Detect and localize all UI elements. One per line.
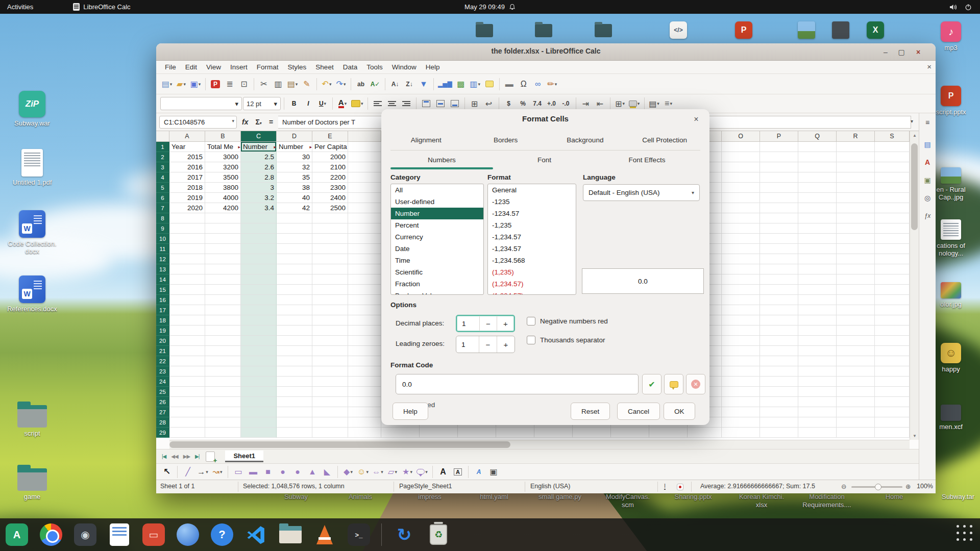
- cell-right[interactable]: [837, 356, 875, 366]
- freeform-icon[interactable]: ↝▾: [211, 465, 224, 479]
- cell-right[interactable]: [837, 346, 875, 356]
- cell-A17[interactable]: [169, 305, 205, 315]
- cell-right[interactable]: [837, 407, 875, 417]
- cell-D21[interactable]: [277, 346, 312, 356]
- cell-right[interactable]: [798, 183, 837, 193]
- ellipse-icon[interactable]: ●: [276, 465, 289, 479]
- cell-right[interactable]: [837, 397, 875, 407]
- cell-partial[interactable]: [348, 152, 381, 162]
- column-header-E[interactable]: E: [312, 131, 348, 142]
- cell-C26[interactable]: [241, 397, 277, 407]
- trash-icon[interactable]: ♻: [427, 523, 450, 546]
- menu-file[interactable]: File: [160, 62, 181, 72]
- row-header-11[interactable]: 11: [156, 244, 169, 254]
- cell-right[interactable]: [837, 193, 875, 203]
- cell-A19[interactable]: [169, 325, 205, 336]
- activities-button[interactable]: Activities: [0, 0, 40, 14]
- cell-right[interactable]: [722, 234, 760, 244]
- clone-formatting-icon[interactable]: ✎: [300, 77, 313, 91]
- cell-A16[interactable]: [169, 295, 205, 305]
- desktop-item-label-modifycanvas-[interactable]: ModifyCanvas.scm: [606, 493, 650, 509]
- cell-right[interactable]: [875, 356, 910, 366]
- cell-C9[interactable]: [241, 223, 277, 234]
- cell-A23[interactable]: [169, 366, 205, 377]
- system-status-area[interactable]: [949, 4, 980, 11]
- cell-B6[interactable]: 4000: [205, 193, 241, 203]
- cell-right[interactable]: [798, 285, 837, 295]
- cell-right[interactable]: [837, 162, 875, 172]
- cell-E1[interactable]: Per Capita: [312, 142, 348, 152]
- row-header-29[interactable]: 29: [156, 428, 169, 438]
- cell-partial[interactable]: [348, 223, 381, 234]
- row-header-14[interactable]: 14: [156, 274, 169, 285]
- cell-A28[interactable]: [169, 417, 205, 428]
- menu-sheet[interactable]: Sheet: [311, 62, 338, 72]
- cell-right-partial[interactable]: [709, 407, 722, 417]
- cell-right[interactable]: [722, 213, 760, 223]
- cell-right[interactable]: [760, 387, 798, 397]
- row-header-15[interactable]: 15: [156, 285, 169, 295]
- align-vcenter-icon[interactable]: [434, 96, 447, 111]
- cell-B14[interactable]: [205, 274, 241, 285]
- cell-right[interactable]: [798, 162, 837, 172]
- horizontal-scrollbar[interactable]: [169, 440, 910, 449]
- cell-D16[interactable]: [277, 295, 312, 305]
- cell-D27[interactable]: [277, 407, 312, 417]
- cell-right-partial[interactable]: [709, 295, 722, 305]
- cell-right[interactable]: [875, 264, 910, 274]
- screenshot-tool-icon[interactable]: ◉: [74, 523, 97, 546]
- desktop-folder-2[interactable]: [524, 21, 563, 37]
- cell-right[interactable]: [837, 336, 875, 346]
- cell-right[interactable]: [798, 346, 837, 356]
- cell-right-partial[interactable]: [709, 417, 722, 428]
- cell-A6[interactable]: 2019: [169, 193, 205, 203]
- cell-C27[interactable]: [241, 407, 277, 417]
- dialog-close-icon[interactable]: ×: [690, 113, 702, 126]
- sheet-tab[interactable]: Sheet1: [225, 450, 263, 462]
- cell-E29[interactable]: [312, 428, 348, 438]
- cell-right-partial[interactable]: [709, 315, 722, 325]
- new-icon[interactable]: ▤▾: [160, 77, 174, 91]
- row-header-4[interactable]: 4: [156, 172, 169, 183]
- selection-mode-icon[interactable]: [677, 484, 683, 490]
- cell-right[interactable]: [798, 417, 837, 428]
- cell-D2[interactable]: 30: [277, 152, 312, 162]
- cell-right[interactable]: [875, 254, 910, 264]
- cell-D18[interactable]: [277, 315, 312, 325]
- cell-B18[interactable]: [205, 315, 241, 325]
- cell-right[interactable]: [837, 183, 875, 193]
- cell-right-partial[interactable]: [709, 305, 722, 315]
- cell-A3[interactable]: 2016: [169, 162, 205, 172]
- cell-C22[interactable]: [241, 356, 277, 366]
- cell-right[interactable]: [722, 428, 760, 438]
- format-list[interactable]: General-1235-1234.57-1,235-1,234.57-1,23…: [487, 184, 576, 295]
- cell-partial[interactable]: [348, 172, 381, 183]
- desktop-item-label-html-yaml[interactable]: html.yaml: [480, 493, 508, 501]
- cell-partial[interactable]: [348, 377, 381, 387]
- cell-right-partial[interactable]: [709, 387, 722, 397]
- cell-right-partial[interactable]: [709, 234, 722, 244]
- row-header-9[interactable]: 9: [156, 223, 169, 234]
- photo-file-1[interactable]: [787, 21, 826, 39]
- wrap-text-icon[interactable]: ↩: [482, 96, 496, 111]
- text-document-icon[interactable]: [108, 523, 131, 546]
- cell-E9[interactable]: [312, 223, 348, 234]
- cell-D20[interactable]: [277, 336, 312, 346]
- previous-sheet-icon[interactable]: ◀◀: [169, 454, 179, 459]
- delete-format-icon[interactable]: ✕: [686, 374, 705, 394]
- add-sheet-icon[interactable]: [206, 452, 215, 462]
- cell-right[interactable]: [837, 213, 875, 223]
- cell-B26[interactable]: [205, 397, 241, 407]
- cell-right-partial[interactable]: [709, 428, 722, 438]
- row-header-12[interactable]: 12: [156, 254, 169, 264]
- desktop-item-label-modification[interactable]: ModificationRequirements....: [802, 493, 851, 509]
- category-item-time[interactable]: Time: [391, 255, 483, 266]
- cell-B17[interactable]: [205, 305, 241, 315]
- cell-right[interactable]: [837, 223, 875, 234]
- cell-D29[interactable]: [277, 428, 312, 438]
- row-header-19[interactable]: 19: [156, 325, 169, 336]
- cell-right[interactable]: [875, 428, 910, 438]
- zoom-out-icon[interactable]: ⊖: [841, 483, 846, 490]
- cell-E18[interactable]: [312, 315, 348, 325]
- cell-right[interactable]: [760, 397, 798, 407]
